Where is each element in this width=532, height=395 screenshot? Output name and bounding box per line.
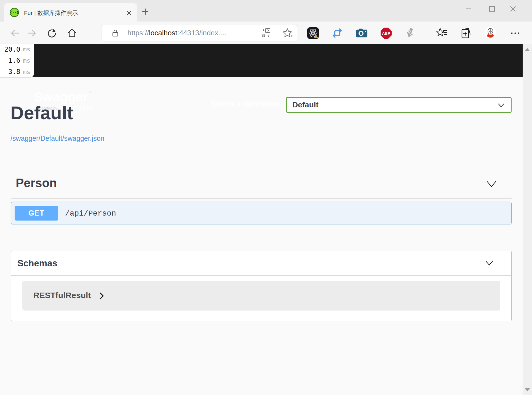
download-arrow-icon xyxy=(404,27,416,39)
collections-icon xyxy=(460,27,472,39)
timing-unit: ms xyxy=(23,46,31,53)
timing-unit: ms xyxy=(23,57,31,64)
camera-icon xyxy=(356,28,368,39)
home-button[interactable] xyxy=(66,28,77,39)
settings-menu-button[interactable] xyxy=(509,27,521,39)
minimize-button[interactable] xyxy=(463,4,474,14)
back-arrow-icon xyxy=(9,28,20,39)
model-name: RESTfulResult xyxy=(33,291,91,300)
home-icon xyxy=(66,28,77,39)
chevron-right-icon xyxy=(99,292,105,300)
definition-select[interactable]: Default xyxy=(286,97,512,113)
definition-selected-value: Default xyxy=(292,100,319,109)
titlebar: {··} Fur | 数据库操作演示 xyxy=(0,0,532,22)
page-title: Default xyxy=(10,102,73,123)
back-button[interactable] xyxy=(9,28,20,39)
new-tab-button[interactable] xyxy=(141,7,149,16)
browser-window: {··} Fur | 数据库操作演示 xyxy=(0,0,532,395)
favorites-list-icon xyxy=(436,27,448,39)
timing-value: 1.6 xyxy=(8,57,20,64)
lock-icon xyxy=(111,29,119,37)
scroll-down-arrow[interactable] xyxy=(523,386,532,394)
get-operation-block[interactable]: GET /api/Person xyxy=(11,202,512,224)
url-text[interactable]: https://localhost:44313/index.... xyxy=(127,29,226,37)
window-close-button[interactable] xyxy=(507,4,518,14)
url-rest: :44313/index.... xyxy=(177,29,226,37)
scroll-up-arrow[interactable] xyxy=(523,45,532,54)
profiler-timing-row[interactable]: 1.6 ms xyxy=(0,55,34,66)
model-card[interactable]: RESTfulResult xyxy=(22,281,500,311)
schemas-title: Schemas xyxy=(17,258,57,269)
schemas-panel: Schemas RESTfulResult xyxy=(11,251,512,321)
timing-unit: ms xyxy=(23,68,31,75)
maximize-icon xyxy=(488,5,496,12)
adblock-plus-extension-button[interactable]: ABP xyxy=(380,27,392,39)
section-title: Person xyxy=(16,176,57,190)
chevron-down-icon xyxy=(486,181,497,188)
download-manager-extension-button[interactable] xyxy=(404,27,416,39)
timing-value: 3.8 xyxy=(8,68,20,76)
window-close-icon xyxy=(509,5,517,12)
tab-reloader-extension-button[interactable] xyxy=(331,27,343,39)
section-divider xyxy=(11,198,512,198)
person-section-header[interactable]: Person xyxy=(0,176,523,193)
abp-label: ABP xyxy=(382,31,390,36)
translate-icon: a xyxy=(261,28,272,39)
profile-avatar-button[interactable] xyxy=(484,26,496,39)
profiler-timing-row[interactable]: 3.8 ms xyxy=(0,66,34,78)
svg-text:a: a xyxy=(262,32,265,38)
forward-arrow-icon xyxy=(26,28,38,39)
chevron-down-icon xyxy=(485,260,494,266)
swagger-favicon-icon: {··} xyxy=(10,8,19,17)
tab-title: Fur | 数据库操作演示 xyxy=(24,9,78,17)
http-method-badge[interactable]: GET xyxy=(15,206,58,221)
favorites-bar-button[interactable] xyxy=(436,27,448,39)
ellipsis-icon xyxy=(509,27,521,39)
react-devtools-extension-button[interactable] xyxy=(307,27,319,39)
profile-avatar xyxy=(484,26,496,39)
maximize-button[interactable] xyxy=(486,4,498,14)
profiler-timing-row[interactable]: 20.0 ms xyxy=(0,44,34,55)
miniprofiler-overlay[interactable]: 20.0 ms 1.6 ms 3.8 ms xyxy=(0,44,34,78)
tab-close-icon[interactable] xyxy=(125,9,133,17)
add-favorite-button[interactable] xyxy=(281,27,293,39)
spec-json-link[interactable]: /swagger/Default/swagger.json xyxy=(10,134,104,142)
definition-select-label: Select a definition xyxy=(163,99,279,108)
forward-button[interactable] xyxy=(26,28,38,39)
abp-stop-icon: ABP xyxy=(380,27,392,39)
refresh-icon xyxy=(46,28,57,39)
page-scrollbar[interactable] xyxy=(523,44,532,395)
toolbar-divider xyxy=(426,26,426,40)
svg-text:{··}: {··} xyxy=(10,10,18,15)
screenshot-extension-button[interactable] xyxy=(356,27,368,39)
refresh-button[interactable] xyxy=(46,28,57,39)
collections-button[interactable] xyxy=(460,27,472,39)
operation-path: /api/Person xyxy=(65,202,116,225)
url-scheme: https:// xyxy=(127,29,149,37)
url-host: localhost xyxy=(149,29,177,37)
browser-tab[interactable]: {··} Fur | 数据库操作演示 xyxy=(4,3,137,22)
timing-value: 20.0 xyxy=(4,46,20,53)
minimize-icon xyxy=(465,5,472,12)
react-devtools-icon xyxy=(307,27,319,39)
chevron-down-icon xyxy=(498,103,505,108)
translate-button[interactable]: a xyxy=(260,27,272,39)
trademark-symbol: ™ xyxy=(88,90,92,94)
schemas-header[interactable]: Schemas xyxy=(11,251,511,276)
star-add-icon xyxy=(282,27,293,39)
swap-arrows-icon xyxy=(331,27,343,39)
swagger-topbar: Swagger™ Supported bySMARTBEAR Select a … xyxy=(0,44,523,77)
